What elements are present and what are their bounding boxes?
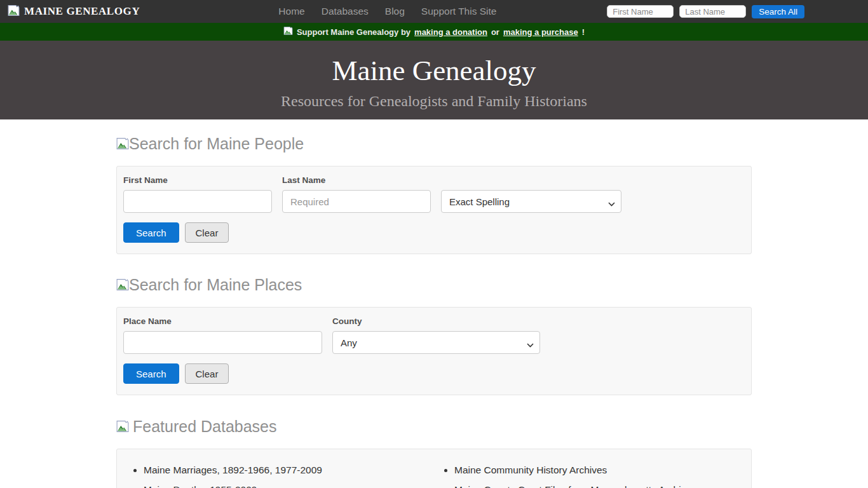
page-subtitle: Resources for Genealogists and Family Hi…	[0, 93, 868, 110]
spelling-select[interactable]: Exact Spelling	[441, 190, 621, 213]
database-link[interactable]: Maine Marriages, 1892-1966, 1977-2009	[144, 464, 434, 475]
navbar-last-name-input[interactable]	[679, 5, 746, 18]
broken-image-icon	[116, 276, 129, 294]
people-search-button[interactable]: Search	[123, 222, 179, 243]
featured-left-column: Maine Marriages, 1892-1966, 1977-2009 Ma…	[123, 464, 434, 488]
database-link[interactable]: Maine Deaths, 1955-2009	[144, 484, 434, 488]
first-name-input[interactable]	[123, 190, 272, 213]
top-navbar: MAINE GENEALOGY Home Databases Blog Supp…	[0, 0, 868, 23]
last-name-input[interactable]	[282, 190, 431, 213]
place-search-panel: Place Name County Any Search Clear	[116, 307, 752, 395]
broken-image-icon	[283, 27, 293, 37]
donation-link[interactable]: making a donation	[414, 27, 487, 37]
people-clear-button[interactable]: Clear	[185, 222, 229, 243]
county-label: County	[332, 316, 540, 326]
people-search-panel: First Name Last Name Exact Spelling	[116, 166, 752, 254]
purchase-link[interactable]: making a purchase	[503, 27, 578, 37]
last-name-label: Last Name	[282, 175, 431, 185]
featured-databases-panel: Maine Marriages, 1892-1966, 1977-2009 Ma…	[116, 449, 752, 488]
first-name-label: First Name	[123, 175, 272, 185]
people-search-heading-label: Search for Maine People	[129, 135, 304, 153]
banner-text-prefix: Support Maine Genealogy by	[297, 27, 410, 37]
hero-header: Maine Genealogy Resources for Genealogis…	[0, 41, 868, 119]
nav-item-support-this-site[interactable]: Support This Site	[421, 6, 497, 17]
database-link[interactable]: Maine Community History Archives	[454, 464, 745, 475]
database-link[interactable]: Maine County Court Files from Massachuse…	[454, 484, 745, 488]
place-name-label: Place Name	[123, 316, 322, 326]
place-search-heading: Search for Maine Places	[116, 276, 752, 294]
support-banner: Support Maine Genealogy by making a dona…	[0, 23, 868, 41]
main-content: Search for Maine People First Name Last …	[116, 135, 752, 488]
place-search-heading-label: Search for Maine Places	[129, 276, 302, 294]
place-clear-button[interactable]: Clear	[185, 363, 229, 384]
featured-right-column: Maine Community History Archives Maine C…	[434, 464, 745, 488]
featured-databases-heading-label: Featured Databases	[133, 417, 277, 436]
people-search-heading: Search for Maine People	[116, 135, 752, 153]
banner-text-connector: or	[491, 27, 499, 37]
place-name-input[interactable]	[123, 331, 322, 354]
place-search-button[interactable]: Search	[123, 363, 179, 384]
nav-item-home[interactable]: Home	[278, 6, 304, 17]
nav-item-blog[interactable]: Blog	[385, 6, 405, 17]
nav-item-databases[interactable]: Databases	[322, 6, 369, 17]
page-title: Maine Genealogy	[0, 53, 868, 88]
main-nav: Home Databases Blog Support This Site	[278, 6, 496, 17]
broken-image-icon	[8, 5, 20, 18]
site-logo[interactable]: MAINE GENEALOGY	[8, 5, 140, 18]
county-select[interactable]: Any	[332, 331, 540, 354]
navbar-first-name-input[interactable]	[607, 5, 674, 18]
banner-text-suffix: !	[582, 27, 585, 37]
broken-image-icon	[116, 135, 129, 153]
broken-image-icon	[116, 417, 129, 436]
navbar-quick-search: Search All	[607, 5, 860, 18]
site-title: MAINE GENEALOGY	[24, 5, 140, 18]
featured-databases-heading: Featured Databases	[116, 417, 752, 436]
search-all-button[interactable]: Search All	[752, 5, 804, 18]
